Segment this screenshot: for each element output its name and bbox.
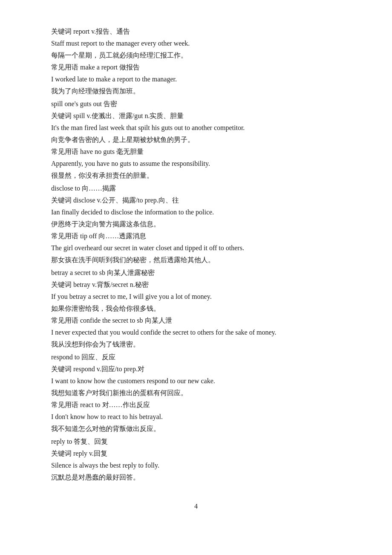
keyword-line: 关键词 reply v.回复 xyxy=(51,448,341,460)
phrase-header: betray a secret to sb 向某人泄露秘密 xyxy=(51,267,341,279)
example-en: I don't know how to react to his betraya… xyxy=(51,411,341,423)
example-zh: 我不知道怎么对他的背叛做出反应。 xyxy=(51,423,341,435)
example-zh: 每隔一个星期，员工就必须向经理汇报工作。 xyxy=(51,49,341,61)
example-en: If you betray a secret to me, I will giv… xyxy=(51,291,341,303)
phrase-header: reply to 答复、回复 xyxy=(51,436,341,448)
phrase-line: 常见用语 tip off 向……透露消息 xyxy=(51,230,341,242)
example-en: Staff must report to the manager every o… xyxy=(51,38,341,49)
section-report: 关键词 report v.报告、通告 Staff must report to … xyxy=(51,26,341,97)
keyword-line: 关键词 betray v.背叛/secret n.秘密 xyxy=(51,279,341,291)
phrase-header: disclose to 向……揭露 xyxy=(51,182,341,194)
example-zh: 很显然，你没有承担责任的胆量。 xyxy=(51,170,341,182)
keyword-line: 关键词 disclose v.公开、揭露/to prep.向、往 xyxy=(51,194,341,206)
section-reply: reply to 答复、回复 关键词 reply v.回复 Silence is… xyxy=(51,436,341,483)
phrase-header: respond to 回应、反应 xyxy=(51,351,341,363)
example-en: I worked late to make a report to the ma… xyxy=(51,73,341,85)
example-zh: 我想知道客户对我们新推出的蛋糕有何回应。 xyxy=(51,387,341,399)
example-en: I never expected that you would confide … xyxy=(51,327,341,338)
example-en: Apparently, you have no guts to assume t… xyxy=(51,158,341,170)
example-en: Ian finally decided to disclose the info… xyxy=(51,206,341,218)
phrase-line: 常见用语 have no guts 毫无胆量 xyxy=(51,146,341,158)
keyword-line: 关键词 respond v.回应/to prep.对 xyxy=(51,363,341,375)
example-zh: 向竞争者告密的人，是上星期被炒鱿鱼的男子。 xyxy=(51,134,341,146)
example-en: I want to know how the customers respond… xyxy=(51,375,341,387)
phrase-header: spill one's guts out 告密 xyxy=(51,98,341,110)
example-zh: 那女孩在洗手间听到我们的秘密，然后透露给其他人。 xyxy=(51,254,341,266)
phrase-line: 常见用语 react to 对……作出反应 xyxy=(51,399,341,411)
example-en: The girl overheard our secret in water c… xyxy=(51,242,341,254)
example-zh: 如果你泄密给我，我会给你很多钱。 xyxy=(51,303,341,315)
example-en: Silence is always the best reply to foll… xyxy=(51,460,341,471)
page-number: 4 xyxy=(51,500,341,512)
keyword-line: 关键词 spill v.使溅出、泄露/gut n.实质、胆量 xyxy=(51,110,341,122)
example-en: It's the man fired last week that spilt … xyxy=(51,122,341,134)
example-zh: 我为了向经理做报告而加班。 xyxy=(51,85,341,97)
example-zh: 沉默总是对愚蠢的最好回答。 xyxy=(51,471,341,483)
keyword-line: 关键词 report v.报告、通告 xyxy=(51,26,341,38)
section-respond: respond to 回应、反应 关键词 respond v.回应/to pre… xyxy=(51,351,341,435)
section-disclose: disclose to 向……揭露 关键词 disclose v.公开、揭露/t… xyxy=(51,182,341,266)
page-content: 关键词 report v.报告、通告 Staff must report to … xyxy=(51,26,341,512)
phrase-line: 常见用语 confide the secret to sb 向某人泄 xyxy=(51,315,341,327)
section-betray: betray a secret to sb 向某人泄露秘密 关键词 betray… xyxy=(51,267,341,350)
phrase-line: 常见用语 make a report 做报告 xyxy=(51,61,341,73)
example-zh: 我从没想到你会为了钱泄密。 xyxy=(51,338,341,350)
section-spill-guts: spill one's guts out 告密 关键词 spill v.使溅出、… xyxy=(51,98,341,182)
example-zh: 伊恩终于决定向警方揭露这条信息。 xyxy=(51,218,341,230)
